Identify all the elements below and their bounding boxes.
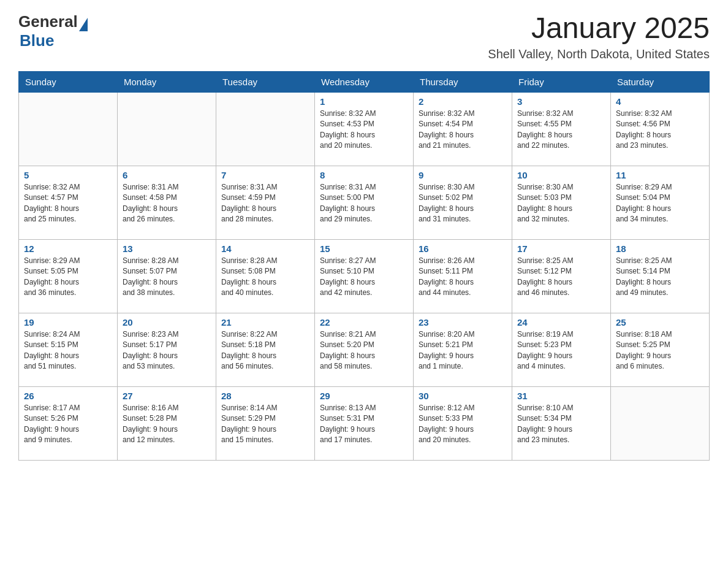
calendar-cell: 27Sunrise: 8:16 AMSunset: 5:28 PMDayligh… <box>118 386 216 460</box>
calendar-cell: 30Sunrise: 8:12 AMSunset: 5:33 PMDayligh… <box>414 386 512 460</box>
day-info: Sunrise: 8:10 AMSunset: 5:34 PMDaylight:… <box>517 403 605 446</box>
day-info: Sunrise: 8:17 AMSunset: 5:26 PMDaylight:… <box>24 403 112 446</box>
calendar-cell: 3Sunrise: 8:32 AMSunset: 4:55 PMDaylight… <box>512 92 611 166</box>
day-number: 2 <box>419 96 507 107</box>
day-number: 15 <box>320 243 408 254</box>
calendar-cell: 6Sunrise: 8:31 AMSunset: 4:58 PMDaylight… <box>118 166 216 239</box>
day-number: 7 <box>221 170 309 180</box>
day-number: 26 <box>24 391 112 401</box>
day-info: Sunrise: 8:26 AMSunset: 5:11 PMDaylight:… <box>419 256 507 299</box>
calendar-cell: 11Sunrise: 8:29 AMSunset: 5:04 PMDayligh… <box>611 166 710 239</box>
calendar-cell: 12Sunrise: 8:29 AMSunset: 5:05 PMDayligh… <box>19 239 118 313</box>
day-number: 16 <box>419 243 507 254</box>
day-info: Sunrise: 8:23 AMSunset: 5:17 PMDaylight:… <box>123 329 211 372</box>
day-info: Sunrise: 8:28 AMSunset: 5:07 PMDaylight:… <box>123 256 211 299</box>
calendar-week-row: 19Sunrise: 8:24 AMSunset: 5:15 PMDayligh… <box>19 313 710 386</box>
calendar-cell: 24Sunrise: 8:19 AMSunset: 5:23 PMDayligh… <box>512 313 611 386</box>
day-number: 31 <box>517 391 605 401</box>
day-info: Sunrise: 8:24 AMSunset: 5:15 PMDaylight:… <box>24 329 112 372</box>
day-info: Sunrise: 8:18 AMSunset: 5:25 PMDaylight:… <box>616 329 704 372</box>
day-number: 24 <box>517 317 605 327</box>
calendar-cell: 21Sunrise: 8:22 AMSunset: 5:18 PMDayligh… <box>216 313 315 386</box>
day-number: 28 <box>221 391 309 401</box>
day-number: 17 <box>517 243 605 254</box>
day-number: 13 <box>123 243 211 254</box>
day-number: 14 <box>221 243 309 254</box>
calendar-cell: 18Sunrise: 8:25 AMSunset: 5:14 PMDayligh… <box>611 239 710 313</box>
day-number: 25 <box>616 317 704 327</box>
title-section: January 2025 Shell Valley, North Dakota,… <box>488 12 710 61</box>
day-number: 4 <box>616 96 704 107</box>
calendar-week-row: 1Sunrise: 8:32 AMSunset: 4:53 PMDaylight… <box>19 92 710 166</box>
day-number: 1 <box>320 96 408 107</box>
logo: General Blue <box>18 12 88 50</box>
day-info: Sunrise: 8:31 AMSunset: 4:58 PMDaylight:… <box>123 182 211 225</box>
day-number: 9 <box>419 170 507 180</box>
day-header-thursday: Thursday <box>414 71 512 92</box>
day-header-sunday: Sunday <box>19 71 118 92</box>
calendar-cell: 7Sunrise: 8:31 AMSunset: 4:59 PMDaylight… <box>216 166 315 239</box>
calendar-cell: 5Sunrise: 8:32 AMSunset: 4:57 PMDaylight… <box>19 166 118 239</box>
day-number: 18 <box>616 243 704 254</box>
day-info: Sunrise: 8:13 AMSunset: 5:31 PMDaylight:… <box>320 403 408 446</box>
calendar-cell <box>118 92 216 166</box>
month-title: January 2025 <box>488 12 710 45</box>
calendar-week-row: 12Sunrise: 8:29 AMSunset: 5:05 PMDayligh… <box>19 239 710 313</box>
calendar-cell: 16Sunrise: 8:26 AMSunset: 5:11 PMDayligh… <box>414 239 512 313</box>
day-header-friday: Friday <box>512 71 611 92</box>
day-info: Sunrise: 8:25 AMSunset: 5:14 PMDaylight:… <box>616 256 704 299</box>
calendar-header-row: SundayMondayTuesdayWednesdayThursdayFrid… <box>19 71 710 92</box>
day-info: Sunrise: 8:31 AMSunset: 5:00 PMDaylight:… <box>320 182 408 225</box>
logo-blue-text: Blue <box>20 31 54 50</box>
calendar-week-row: 26Sunrise: 8:17 AMSunset: 5:26 PMDayligh… <box>19 386 710 460</box>
day-number: 19 <box>24 317 112 327</box>
day-info: Sunrise: 8:22 AMSunset: 5:18 PMDaylight:… <box>221 329 309 372</box>
calendar-cell: 8Sunrise: 8:31 AMSunset: 5:00 PMDaylight… <box>315 166 414 239</box>
calendar-cell: 26Sunrise: 8:17 AMSunset: 5:26 PMDayligh… <box>19 386 118 460</box>
calendar-cell <box>216 92 315 166</box>
day-info: Sunrise: 8:29 AMSunset: 5:04 PMDaylight:… <box>616 182 704 225</box>
calendar-cell: 19Sunrise: 8:24 AMSunset: 5:15 PMDayligh… <box>19 313 118 386</box>
calendar-cell: 9Sunrise: 8:30 AMSunset: 5:02 PMDaylight… <box>414 166 512 239</box>
calendar-cell: 23Sunrise: 8:20 AMSunset: 5:21 PMDayligh… <box>414 313 512 386</box>
logo-triangle-icon <box>79 18 88 31</box>
calendar-cell: 31Sunrise: 8:10 AMSunset: 5:34 PMDayligh… <box>512 386 611 460</box>
calendar-table: SundayMondayTuesdayWednesdayThursdayFrid… <box>18 71 710 461</box>
calendar-week-row: 5Sunrise: 8:32 AMSunset: 4:57 PMDaylight… <box>19 166 710 239</box>
day-info: Sunrise: 8:32 AMSunset: 4:53 PMDaylight:… <box>320 109 408 151</box>
calendar-cell: 20Sunrise: 8:23 AMSunset: 5:17 PMDayligh… <box>118 313 216 386</box>
calendar-cell: 22Sunrise: 8:21 AMSunset: 5:20 PMDayligh… <box>315 313 414 386</box>
calendar-cell: 4Sunrise: 8:32 AMSunset: 4:56 PMDaylight… <box>611 92 710 166</box>
day-info: Sunrise: 8:27 AMSunset: 5:10 PMDaylight:… <box>320 256 408 299</box>
day-info: Sunrise: 8:32 AMSunset: 4:54 PMDaylight:… <box>419 109 507 151</box>
day-number: 21 <box>221 317 309 327</box>
day-info: Sunrise: 8:30 AMSunset: 5:02 PMDaylight:… <box>419 182 507 225</box>
day-info: Sunrise: 8:21 AMSunset: 5:20 PMDaylight:… <box>320 329 408 372</box>
day-info: Sunrise: 8:32 AMSunset: 4:56 PMDaylight:… <box>616 109 704 151</box>
day-number: 5 <box>24 170 112 180</box>
day-number: 23 <box>419 317 507 327</box>
day-number: 30 <box>419 391 507 401</box>
calendar-cell: 2Sunrise: 8:32 AMSunset: 4:54 PMDaylight… <box>414 92 512 166</box>
calendar-cell <box>19 92 118 166</box>
day-info: Sunrise: 8:30 AMSunset: 5:03 PMDaylight:… <box>517 182 605 225</box>
calendar-cell <box>611 386 710 460</box>
day-info: Sunrise: 8:12 AMSunset: 5:33 PMDaylight:… <box>419 403 507 446</box>
day-number: 8 <box>320 170 408 180</box>
day-number: 11 <box>616 170 704 180</box>
day-info: Sunrise: 8:20 AMSunset: 5:21 PMDaylight:… <box>419 329 507 372</box>
day-header-monday: Monday <box>118 71 216 92</box>
calendar-cell: 25Sunrise: 8:18 AMSunset: 5:25 PMDayligh… <box>611 313 710 386</box>
day-info: Sunrise: 8:31 AMSunset: 4:59 PMDaylight:… <box>221 182 309 225</box>
day-info: Sunrise: 8:14 AMSunset: 5:29 PMDaylight:… <box>221 403 309 446</box>
calendar-cell: 15Sunrise: 8:27 AMSunset: 5:10 PMDayligh… <box>315 239 414 313</box>
calendar-cell: 14Sunrise: 8:28 AMSunset: 5:08 PMDayligh… <box>216 239 315 313</box>
location-title: Shell Valley, North Dakota, United State… <box>488 47 710 61</box>
day-info: Sunrise: 8:16 AMSunset: 5:28 PMDaylight:… <box>123 403 211 446</box>
day-info: Sunrise: 8:32 AMSunset: 4:55 PMDaylight:… <box>517 109 605 151</box>
page-header: General Blue January 2025 Shell Valley, … <box>18 12 710 61</box>
day-number: 27 <box>123 391 211 401</box>
day-info: Sunrise: 8:29 AMSunset: 5:05 PMDaylight:… <box>24 256 112 299</box>
calendar-cell: 1Sunrise: 8:32 AMSunset: 4:53 PMDaylight… <box>315 92 414 166</box>
calendar-cell: 28Sunrise: 8:14 AMSunset: 5:29 PMDayligh… <box>216 386 315 460</box>
